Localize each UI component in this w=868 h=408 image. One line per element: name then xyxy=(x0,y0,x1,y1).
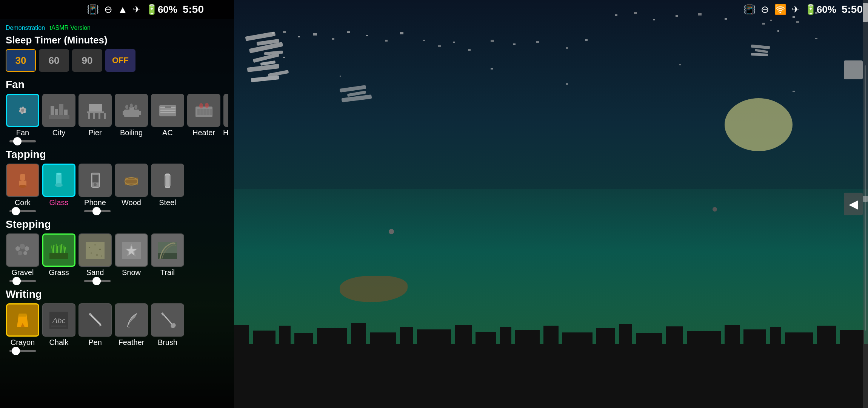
svg-point-55 xyxy=(55,183,63,187)
city-label: City xyxy=(52,128,65,137)
minus-status-icon: ⊖ xyxy=(761,4,769,15)
svg-line-103 xyxy=(128,327,129,328)
glass-item[interactable]: Glass xyxy=(42,164,76,207)
water-dot-2 xyxy=(713,207,717,212)
grass-item[interactable]: Grass xyxy=(42,233,76,277)
svg-rect-51 xyxy=(20,174,25,181)
city-icon xyxy=(42,94,75,127)
svg-point-85 xyxy=(99,249,101,250)
svg-line-100 xyxy=(89,314,101,325)
battery-status: 🔋60% xyxy=(146,4,177,15)
square-button[interactable] xyxy=(844,60,863,79)
svg-rect-28 xyxy=(197,109,200,115)
svg-rect-96 xyxy=(19,314,26,317)
pier-item[interactable]: Pier xyxy=(78,94,112,137)
wifi-status-icon: 🛜 xyxy=(774,4,786,15)
timer-30-button[interactable]: 30 xyxy=(6,49,36,72)
chalk-icon: Abc xyxy=(42,303,75,337)
svg-line-81 xyxy=(65,247,65,253)
app-title: Demonstration tASMR Version xyxy=(6,25,228,31)
vertical-scrollbar[interactable] xyxy=(863,0,868,408)
svg-rect-23 xyxy=(160,110,175,111)
fan-label: Fan xyxy=(16,128,29,137)
svg-point-87 xyxy=(96,254,98,256)
svg-point-19 xyxy=(125,105,128,109)
wifi-icon: ▲ xyxy=(118,4,128,15)
status-bar-area: 📳 ⊖ ▲ ✈ 🔋60% 5:50 xyxy=(0,0,234,19)
svg-point-20 xyxy=(130,104,133,108)
snow-item[interactable]: Snow xyxy=(114,233,148,277)
status-bar-right: 📳 ⊖ 🛜 ✈ 🔋60% 5:50 xyxy=(743,0,863,19)
svg-rect-11 xyxy=(88,113,90,119)
svg-point-21 xyxy=(134,105,137,109)
feather-item[interactable]: Feather xyxy=(114,303,148,347)
feather-label: Feather xyxy=(119,338,145,347)
writing-slider-row xyxy=(6,348,228,354)
chalk-item[interactable]: Abc Chalk xyxy=(42,303,76,347)
timer-60-button[interactable]: 60 xyxy=(39,49,69,72)
fan-icon xyxy=(6,94,39,127)
svg-rect-8 xyxy=(49,115,69,119)
cork-item[interactable]: Cork xyxy=(6,164,40,207)
back-arrow-button[interactable]: ◀ xyxy=(844,193,863,215)
pen-icon xyxy=(78,303,112,337)
fan-category-label: Fan xyxy=(6,79,228,91)
ac-item[interactable]: AC xyxy=(151,94,185,137)
svg-rect-32 xyxy=(209,109,212,115)
wood-item[interactable]: Wood xyxy=(114,164,148,207)
snow-label: Snow xyxy=(122,268,141,277)
crayon-slider[interactable] xyxy=(6,350,40,352)
grass-icon xyxy=(42,233,75,267)
scroll-line xyxy=(865,65,866,331)
brush-item[interactable]: Brush xyxy=(151,303,185,347)
svg-point-84 xyxy=(94,244,96,246)
sleep-timer-label: Sleep Timer (Minutes) xyxy=(6,34,228,46)
svg-rect-24 xyxy=(160,112,175,113)
timer-buttons: 30 60 90 OFF xyxy=(6,49,228,72)
grass-slider[interactable] xyxy=(80,280,114,282)
sand-item[interactable]: Sand xyxy=(78,233,112,277)
cork-slider[interactable] xyxy=(6,210,40,212)
svg-rect-26 xyxy=(165,106,171,108)
gravel-slider[interactable] xyxy=(6,280,40,282)
pen-item[interactable]: Pen xyxy=(78,303,112,347)
heater-item[interactable]: Heater xyxy=(187,94,221,137)
svg-point-88 xyxy=(101,255,102,257)
fan-item[interactable]: Fan xyxy=(6,94,40,137)
writing-category-label: Writing xyxy=(6,288,228,300)
left-panel: 📳 ⊖ ▲ ✈ 🔋60% 5:50 Demonstration tASMR Ve… xyxy=(0,0,234,408)
phone-item[interactable]: Phone xyxy=(78,164,112,207)
tapping-category-label: Tapping xyxy=(6,148,228,161)
svg-rect-9 xyxy=(89,104,102,111)
svg-point-56 xyxy=(56,173,62,175)
crayon-item[interactable]: Crayon xyxy=(6,303,40,347)
hourglass-item[interactable]: Hourglass xyxy=(223,94,228,137)
boiling-item[interactable]: Boiling xyxy=(114,94,148,137)
timer-off-button[interactable]: OFF xyxy=(105,49,135,72)
gravel-item[interactable]: Gravel xyxy=(6,233,40,277)
timer-90-button[interactable]: 90 xyxy=(72,49,102,72)
title-demo: Demonstration xyxy=(6,25,45,31)
svg-rect-73 xyxy=(49,253,68,259)
time-display: 5:50 xyxy=(842,3,863,15)
phone-label: Phone xyxy=(84,198,106,207)
moon xyxy=(725,98,793,151)
svg-point-86 xyxy=(91,252,92,254)
svg-line-77 xyxy=(57,246,58,253)
stepping-sounds-row: Gravel Grass xyxy=(6,233,228,277)
svg-rect-67 xyxy=(166,175,169,187)
heater-icon xyxy=(187,94,220,127)
trail-item[interactable]: Trail xyxy=(151,233,185,277)
heater-label: Heater xyxy=(192,128,215,137)
city-item[interactable]: City xyxy=(42,94,76,137)
pier-label: Pier xyxy=(88,128,102,137)
steel-item[interactable]: Steel xyxy=(151,164,185,207)
birds-cluster-2 xyxy=(340,87,372,100)
svg-line-104 xyxy=(163,314,172,325)
battery-status-display: 🔋60% xyxy=(805,4,836,15)
glass-slider[interactable] xyxy=(80,210,114,212)
fan-slider[interactable] xyxy=(6,140,40,142)
plane-icon: ✈ xyxy=(133,4,140,15)
minus-icon: ⊖ xyxy=(104,4,112,15)
feather-icon xyxy=(115,303,148,337)
